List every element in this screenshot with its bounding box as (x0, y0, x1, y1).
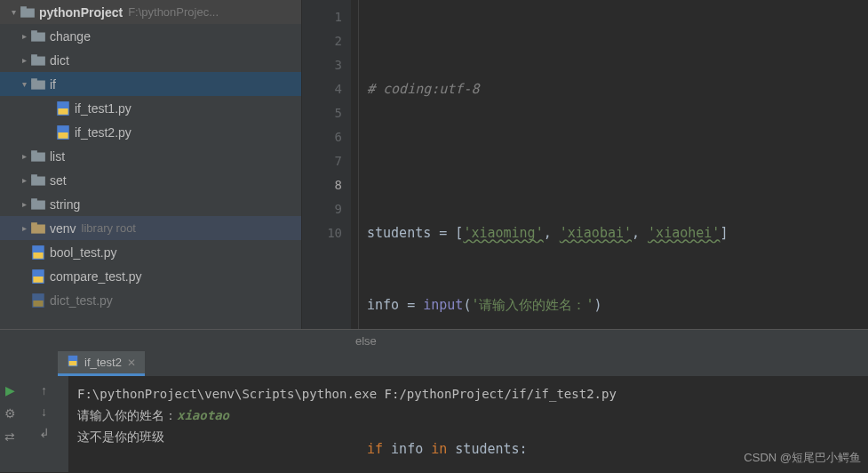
svg-rect-1 (20, 6, 27, 9)
svg-rect-23 (33, 277, 43, 283)
run-rerun-icon[interactable]: ▶ (5, 383, 15, 397)
close-icon[interactable]: ✕ (127, 357, 136, 369)
chevron-down-icon: ▾ (18, 79, 30, 89)
svg-rect-12 (31, 152, 45, 161)
run-stop-icon[interactable]: ⚙ (4, 406, 16, 421)
tree-folder-dict[interactable]: ▸dict (0, 48, 301, 72)
project-path: F:\pythonProjec... (128, 5, 219, 19)
svg-rect-2 (31, 32, 45, 41)
run-tab-active[interactable]: if_test2 ✕ (58, 351, 145, 376)
arrow-up-icon[interactable]: ↑ (41, 383, 47, 397)
line-gutter: 12345678910 (302, 0, 351, 329)
python-run-icon (67, 355, 79, 370)
python-file-icon (55, 124, 71, 140)
chevron-right-icon: ▸ (18, 175, 30, 185)
svg-rect-4 (31, 56, 45, 65)
svg-rect-3 (31, 30, 37, 33)
svg-rect-15 (31, 174, 37, 177)
run-toolbar-nav: ↑ ↓ ↲ (20, 376, 68, 472)
svg-rect-11 (58, 132, 68, 139)
tree-folder-set[interactable]: ▸set (0, 168, 301, 192)
run-tab-label: if_test2 (84, 356, 122, 369)
python-file-icon (30, 293, 46, 309)
chevron-right-icon: ▸ (18, 55, 30, 65)
tree-folder-string[interactable]: ▸string (0, 192, 301, 216)
folder-icon (20, 4, 36, 20)
chevron-right-icon: ▸ (18, 199, 30, 209)
svg-rect-18 (31, 224, 45, 233)
svg-rect-16 (31, 200, 45, 209)
run-toolbar-left: ▶ ⚙ ⇄ (0, 376, 20, 472)
folder-icon (30, 52, 46, 68)
svg-rect-7 (31, 78, 37, 81)
project-name: pythonProject (39, 5, 123, 20)
svg-rect-13 (31, 150, 37, 153)
chevron-right-icon: ▸ (18, 223, 30, 233)
run-wrap-icon[interactable]: ⇄ (4, 429, 15, 444)
project-tree: ▾ pythonProject F:\pythonProjec... ▸chan… (0, 0, 302, 329)
tree-file-compare-test[interactable]: compare_test.py (0, 264, 301, 288)
code-editor[interactable]: 12345678910 # coding:utf-8 students = ['… (302, 0, 868, 329)
tree-folder-if[interactable]: ▾if (0, 72, 301, 96)
python-file-icon (30, 269, 46, 285)
folder-icon (30, 76, 46, 92)
folder-icon (30, 28, 46, 44)
svg-rect-17 (31, 198, 37, 201)
svg-rect-27 (69, 361, 77, 365)
svg-rect-25 (33, 301, 43, 307)
svg-rect-19 (31, 222, 37, 225)
svg-rect-6 (31, 80, 45, 89)
project-root-row[interactable]: ▾ pythonProject F:\pythonProjec... (0, 0, 301, 24)
tree-file-if-test1[interactable]: if_test1.py (0, 96, 301, 120)
svg-rect-21 (33, 253, 43, 259)
svg-rect-5 (31, 54, 37, 57)
folder-icon (30, 148, 46, 164)
tree-folder-venv[interactable]: ▸venvlibrary root (0, 216, 301, 240)
chevron-right-icon: ▸ (18, 151, 30, 161)
chevron-down-icon: ▾ (7, 7, 20, 17)
svg-rect-14 (31, 176, 45, 185)
chevron-right-icon: ▸ (18, 31, 30, 41)
folder-icon (30, 220, 46, 236)
svg-rect-9 (58, 108, 68, 115)
tree-file-bool-test[interactable]: bool_test.py (0, 240, 301, 264)
python-file-icon (55, 100, 71, 116)
tree-folder-list[interactable]: ▸list (0, 144, 301, 168)
python-file-icon (30, 245, 46, 261)
arrow-down-icon[interactable]: ↓ (41, 405, 47, 419)
watermark: CSDN @短尾巴小鳄鱼 (744, 450, 861, 466)
tree-file-if-test2[interactable]: if_test2.py (0, 120, 301, 144)
tree-folder-change[interactable]: ▸change (0, 24, 301, 48)
svg-rect-0 (20, 8, 35, 17)
tree-file-dict-test[interactable]: dict_test.py (0, 288, 301, 312)
folder-icon (30, 196, 46, 212)
folder-icon (30, 172, 46, 188)
code-area[interactable]: # coding:utf-8 students = ['xiaoming', '… (351, 0, 868, 329)
soft-wrap-icon[interactable]: ↲ (39, 426, 50, 440)
run-tab-bar: if_test2 ✕ (0, 351, 868, 376)
